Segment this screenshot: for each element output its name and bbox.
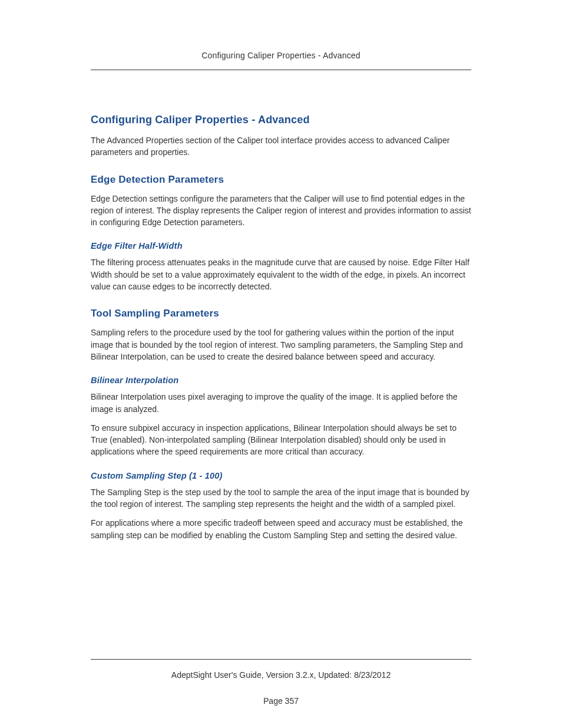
body-paragraph: Bilinear Interpolation uses pixel averag… xyxy=(91,391,471,415)
body-paragraph: Sampling refers to the procedure used by… xyxy=(91,327,471,363)
subsection-heading-edge-filter: Edge Filter Half-Width xyxy=(91,241,471,251)
page-title: Configuring Caliper Properties - Advance… xyxy=(91,114,471,126)
document-page: Configuring Caliper Properties - Advance… xyxy=(0,0,562,728)
body-paragraph: To ensure subpixel accuracy in inspectio… xyxy=(91,422,471,458)
page-footer: AdeptSight User's Guide, Version 3.2.x, … xyxy=(91,659,471,728)
body-paragraph: The Sampling Step is the step used by th… xyxy=(91,486,471,510)
section-heading-edge-detection: Edge Detection Parameters xyxy=(91,174,471,186)
subsection-heading-bilinear: Bilinear Interpolation xyxy=(91,375,471,385)
body-paragraph: The filtering process attenuates peaks i… xyxy=(91,256,471,292)
section-heading-tool-sampling: Tool Sampling Parameters xyxy=(91,308,471,319)
running-header: Configuring Caliper Properties - Advance… xyxy=(91,0,471,70)
subsection-heading-custom-step: Custom Sampling Step (1 - 100) xyxy=(91,471,471,480)
body-paragraph: For applications where a more specific t… xyxy=(91,517,471,541)
intro-paragraph: The Advanced Properties section of the C… xyxy=(91,134,471,159)
footer-guide-line: AdeptSight User's Guide, Version 3.2.x, … xyxy=(91,670,471,680)
page-content: Configuring Caliper Properties - Advance… xyxy=(91,70,471,541)
footer-rule xyxy=(91,659,471,660)
page-number: Page 357 xyxy=(91,696,471,706)
body-paragraph: Edge Detection settings configure the pa… xyxy=(91,193,471,229)
